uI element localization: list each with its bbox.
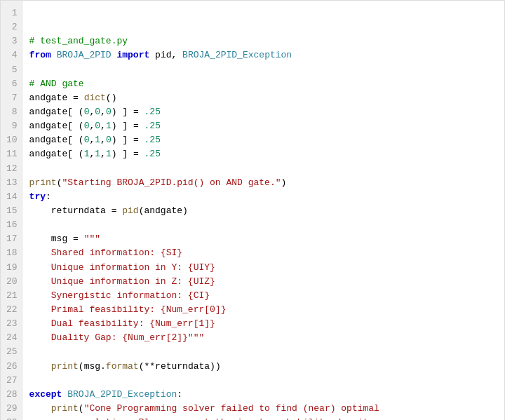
code-line: Unique information in Z: {UIZ} — [29, 275, 497, 289]
plain-token: , — [100, 135, 106, 145]
plain-token: andgate — [29, 107, 68, 117]
line-number: 12 — [6, 162, 18, 176]
plain-token: ) — [281, 177, 287, 188]
plain-token: (andgate) — [139, 205, 188, 216]
line-number-gutter: 1234567891011121314151617181920212223242… — [1, 1, 22, 420]
code-line: Duality Gap: {Num_err[2]}""" — [29, 331, 497, 345]
plain-token: andgate — [29, 93, 73, 103]
string-token: Unique information in Z: {UIZ} — [29, 276, 215, 287]
plain-token: (msg. — [79, 361, 106, 372]
code-line: # AND gate — [29, 77, 497, 91]
line-number: 11 — [6, 147, 18, 161]
plain-token — [149, 50, 155, 60]
line-number: 21 — [6, 289, 18, 303]
code-area[interactable]: # test_and_gate.py from BROJA_2PID impor… — [22, 1, 504, 420]
line-number: 17 — [6, 232, 18, 246]
code-line: Dual feasibility: {Num_err[1]} — [29, 317, 497, 331]
line-number: 8 — [6, 105, 18, 119]
code-editor: 1234567891011121314151617181920212223242… — [0, 0, 505, 420]
code-line: andgate[ (0,1,0) ] = .25 — [29, 133, 497, 147]
string-token: solution. Please report the input probab… — [29, 417, 374, 420]
line-number: 28 — [6, 388, 18, 402]
string-token: Unique information in Y: {UIY} — [29, 262, 215, 273]
string-token: "Cone Programming solver failed to find … — [84, 403, 379, 414]
string-token: "Starting BROJA_2PID.pid() on AND gate." — [62, 177, 281, 188]
function-token: pid — [122, 205, 138, 216]
plain-token: andgate — [29, 135, 68, 145]
plain-token: [ — [67, 149, 79, 159]
code-line: andgate[ (1,1,1) ] = .25 — [29, 147, 497, 161]
keyword-token: import — [116, 50, 149, 60]
code-line: # test_and_gate.py — [29, 34, 497, 48]
function-token: print — [51, 403, 79, 414]
string-token: Dual feasibility: {Num_err[1]} — [29, 318, 215, 329]
code-line — [29, 374, 497, 388]
plain-token: ( — [79, 403, 84, 414]
code-line — [29, 162, 497, 176]
line-number: 23 — [6, 317, 18, 331]
code-line — [29, 345, 497, 359]
code-line: andgate = dict() — [29, 91, 497, 105]
plain-token: , — [100, 121, 106, 131]
plain-token: = — [73, 233, 84, 244]
string-token: """ — [84, 233, 100, 244]
code-line: print(msg.format(**returndata)) — [29, 360, 497, 374]
line-number: 20 — [6, 275, 18, 289]
code-line: returndata = pid(andgate) — [29, 204, 497, 218]
line-number: 18 — [6, 246, 18, 260]
plain-token: = — [133, 121, 144, 131]
code-line: solution. Please report the input probab… — [29, 416, 497, 420]
line-number: 22 — [6, 303, 18, 317]
plain-token: ) ] — [112, 135, 133, 145]
code-line — [29, 63, 497, 77]
plain-token: , — [100, 149, 106, 159]
line-number: 13 — [6, 176, 18, 190]
line-number: 27 — [6, 374, 18, 388]
line-number: 4 — [6, 48, 18, 62]
plain-token: pid — [155, 50, 171, 60]
line-number: 26 — [6, 360, 18, 374]
plain-token: = — [133, 135, 144, 145]
line-number: 15 — [6, 204, 18, 218]
code-line: andgate[ (0,0,0) ] = .25 — [29, 105, 497, 119]
number-token: .25 — [144, 135, 161, 145]
code-line: print("Cone Programming solver failed to… — [29, 402, 497, 416]
string-token: Duality Gap: {Num_err[2]}""" — [29, 332, 205, 343]
number-token: .25 — [144, 149, 161, 159]
code-line: Synergistic information: {CI} — [29, 289, 497, 303]
line-number: 24 — [6, 331, 18, 345]
plain-token: () — [106, 93, 117, 103]
number-token: .25 — [144, 121, 161, 131]
line-number: 9 — [6, 119, 18, 133]
plain-token — [29, 361, 51, 372]
code-line: Primal feasibility: {Num_err[0]} — [29, 303, 497, 317]
number-token: 0 — [95, 107, 100, 117]
plain-token: ( — [79, 135, 84, 145]
line-number: 3 — [6, 34, 18, 48]
function-token: print — [51, 361, 79, 372]
code-line — [29, 218, 497, 232]
keyword-token: try — [29, 191, 46, 202]
function-token: format — [106, 361, 139, 372]
plain-token: (**returndata)) — [139, 361, 221, 372]
plain-token: returndata — [29, 205, 112, 216]
plain-token: andgate — [29, 149, 68, 159]
plain-token: = — [133, 149, 144, 159]
line-number: 30 — [6, 416, 18, 420]
plain-token: ( — [79, 121, 84, 131]
function-token: dict — [84, 93, 106, 103]
line-number: 19 — [6, 261, 18, 275]
number-token: 0 — [95, 121, 100, 131]
code-line: Unique information in Y: {UIY} — [29, 261, 497, 275]
plain-token: andgate — [29, 121, 68, 131]
function-token: print — [29, 177, 57, 188]
plain-token: [ — [67, 121, 79, 131]
exception-token: BROJA_2PID_Exception — [67, 389, 177, 400]
code-line: Shared information: {SI} — [29, 246, 497, 260]
plain-token: ( — [79, 149, 84, 159]
plain-token: msg — [29, 233, 73, 244]
plain-token: ) ] — [112, 149, 133, 159]
code-line: try: — [29, 190, 497, 204]
plain-token: ) ] — [112, 121, 133, 131]
keyword-token: from — [29, 50, 51, 60]
